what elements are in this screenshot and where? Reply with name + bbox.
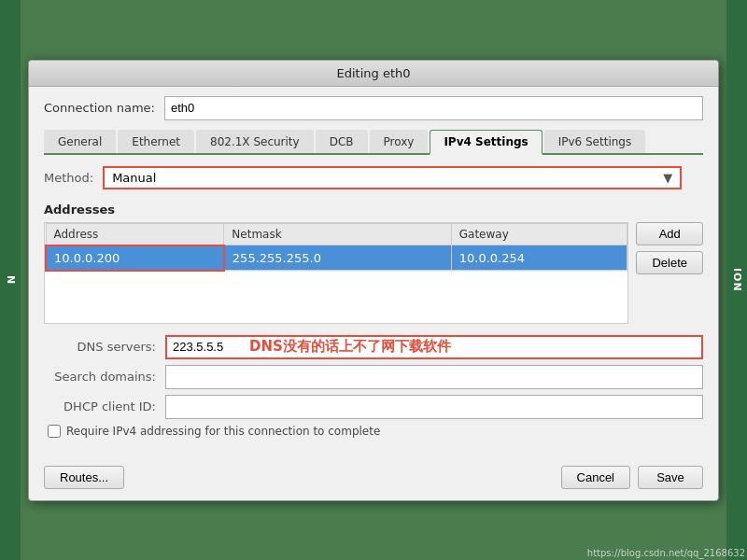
cell-address: 10.0.0.200 <box>46 245 224 271</box>
search-domains-label: Search domains: <box>44 370 156 384</box>
save-button[interactable]: Save <box>638 466 703 489</box>
dns-input[interactable] <box>167 337 242 357</box>
addresses-table: Address Netmask Gateway 10.0.0.200 255.2… <box>45 223 627 272</box>
dialog-title: Editing eth0 <box>336 66 410 80</box>
dialog-titlebar: Editing eth0 <box>29 61 718 87</box>
addresses-section-label: Addresses <box>44 203 703 217</box>
col-netmask: Netmask <box>224 223 451 245</box>
side-strip-right: ION <box>726 0 747 560</box>
method-row: Method: Manual ▼ <box>44 166 703 189</box>
connection-name-row: Connection name: <box>44 96 703 120</box>
table-buttons: Add Delete <box>636 222 703 274</box>
cell-netmask: 255.255.255.0 <box>224 245 451 271</box>
tabs-bar: General Ethernet 802.1X Security DCB Pro… <box>44 130 703 155</box>
delete-button[interactable]: Delete <box>636 251 703 274</box>
dns-label: DNS servers: <box>44 340 156 354</box>
addresses-section: Addresses Address Netmask Gateway <box>44 203 703 324</box>
table-header-row: Address Netmask Gateway <box>46 223 627 245</box>
connection-name-label: Connection name: <box>44 101 155 115</box>
method-value: Manual <box>112 171 156 185</box>
tab-ipv4[interactable]: IPv4 Settings <box>430 130 542 155</box>
side-right-text: ION <box>731 268 743 292</box>
dialog-footer: Routes... Cancel Save <box>29 458 718 500</box>
editing-dialog: Editing eth0 Connection name: General Et… <box>28 60 719 501</box>
search-domains-input[interactable] <box>165 365 703 389</box>
require-ipv4-checkbox[interactable] <box>48 425 61 438</box>
tab-8021x[interactable]: 802.1X Security <box>196 130 314 153</box>
dropdown-arrow-icon: ▼ <box>663 171 672 185</box>
cancel-button[interactable]: Cancel <box>561 466 630 489</box>
require-ipv4-row: Require IPv4 addressing for this connect… <box>44 425 703 438</box>
dhcp-client-id-row: DHCP client ID: <box>44 395 703 419</box>
tab-general[interactable]: General <box>44 130 116 153</box>
tab-ethernet[interactable]: Ethernet <box>118 130 194 153</box>
addresses-table-container: Address Netmask Gateway 10.0.0.200 255.2… <box>44 222 628 324</box>
table-row[interactable]: 10.0.0.200 255.255.255.0 10.0.0.254 <box>46 245 627 271</box>
col-address: Address <box>46 223 224 245</box>
search-domains-row: Search domains: <box>44 365 703 389</box>
table-empty-area <box>45 272 627 323</box>
watermark: https://blog.csdn.net/qq_2168632 <box>587 548 745 558</box>
dhcp-client-id-input[interactable] <box>165 395 703 419</box>
table-wrapper: Address Netmask Gateway 10.0.0.200 255.2… <box>44 222 703 324</box>
connection-name-input[interactable] <box>164 96 703 120</box>
side-strip-left: N <box>0 0 21 560</box>
dns-annotation: DNS没有的话上不了网下载软件 <box>242 338 458 356</box>
form-fields: DNS servers: DNS没有的话上不了网下载软件 Search doma… <box>44 335 703 419</box>
add-button[interactable]: Add <box>636 222 703 245</box>
tab-dcb[interactable]: DCB <box>316 130 368 153</box>
cell-gateway: 10.0.0.254 <box>451 245 627 271</box>
dns-wrapper: DNS没有的话上不了网下载软件 <box>165 335 703 359</box>
routes-button[interactable]: Routes... <box>44 466 124 489</box>
method-dropdown[interactable]: Manual ▼ <box>103 166 682 189</box>
dialog-content: Connection name: General Ethernet 802.1X… <box>29 87 718 458</box>
col-gateway: Gateway <box>451 223 627 245</box>
dhcp-client-id-label: DHCP client ID: <box>44 399 156 413</box>
dns-row: DNS servers: DNS没有的话上不了网下载软件 <box>44 335 703 359</box>
method-label: Method: <box>44 171 93 185</box>
tab-proxy[interactable]: Proxy <box>370 130 429 153</box>
tab-ipv6[interactable]: IPv6 Settings <box>544 130 646 153</box>
require-ipv4-label: Require IPv4 addressing for this connect… <box>66 425 380 438</box>
side-left-text: N <box>5 275 17 285</box>
